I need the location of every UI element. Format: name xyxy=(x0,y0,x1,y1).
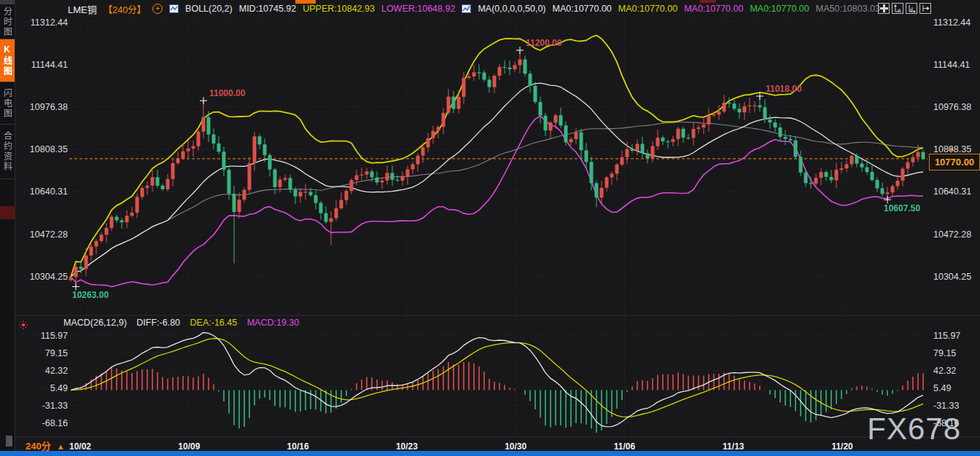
chart-header: LME铜 【240分】 + BOLL(20,2) MID:10745.92 UP… xyxy=(68,2,887,15)
zoom-axis-horizontal-button[interactable] xyxy=(906,3,917,14)
period-selector-label: 240分 xyxy=(26,441,51,452)
expand-icon[interactable]: + xyxy=(152,4,163,14)
ma50-value: MA50:10803.03 xyxy=(816,4,880,14)
chart-toolbar xyxy=(878,3,931,14)
exit-pan-button[interactable] xyxy=(919,3,931,14)
svg-text:10/09: 10/09 xyxy=(178,441,200,452)
svg-text:115.97: 115.97 xyxy=(41,331,68,341)
svg-text:10808.35: 10808.35 xyxy=(30,144,68,154)
top-edge-maroon-fragment xyxy=(700,0,716,3)
zoom-axis-vertical-icon xyxy=(893,4,902,12)
svg-text:10/30: 10/30 xyxy=(505,441,526,452)
svg-text:10/16: 10/16 xyxy=(287,441,309,452)
ma-value-4: MA0:10770.00 xyxy=(750,4,809,14)
macd-diff-value: DIFF:-6.80 xyxy=(136,318,180,328)
svg-text:10640.31: 10640.31 xyxy=(30,186,68,197)
svg-text:10/02: 10/02 xyxy=(69,441,91,452)
zoom-axis-vertical-button[interactable] xyxy=(892,3,903,14)
svg-text:-68.16: -68.16 xyxy=(42,418,68,428)
watermark: FX678 xyxy=(867,412,961,447)
ma-indicator-icon[interactable] xyxy=(462,4,471,13)
svg-text:11000.00: 11000.00 xyxy=(209,88,246,98)
boll-lower-value: LOWER:10648.92 xyxy=(381,4,455,14)
exit-pan-icon xyxy=(921,4,930,12)
symbol-label: LME铜 xyxy=(68,2,97,16)
svg-text:42.32: 42.32 xyxy=(45,366,68,376)
svg-text:10472.28: 10472.28 xyxy=(933,229,971,240)
boll-mid-value: MID:10745.92 xyxy=(239,4,297,14)
svg-text:10640.31: 10640.31 xyxy=(933,186,971,197)
svg-text:42.32: 42.32 xyxy=(933,366,956,376)
ma-value-2: MA0:10770.00 xyxy=(618,4,677,14)
svg-text:11018.00: 11018.00 xyxy=(766,84,802,94)
svg-text:10976.38: 10976.38 xyxy=(933,102,971,112)
macd-macd-value: MACD:19.30 xyxy=(247,318,300,328)
svg-text:79.15: 79.15 xyxy=(933,348,956,358)
sidebar-tab-kline-chart[interactable]: K线图 xyxy=(0,39,15,82)
ma-value-3: MA0:10770.00 xyxy=(684,4,743,14)
svg-text:11144.41: 11144.41 xyxy=(31,60,68,70)
svg-text:10304.25: 10304.25 xyxy=(30,272,68,282)
sidebar: 分时图 K线图 闪电图 合约资料 xyxy=(0,0,15,451)
svg-text:5.49: 5.49 xyxy=(933,383,951,393)
macd-header: MACD(26,12,9) DIFF:-6.80 DEA:-16.45 MACD… xyxy=(63,318,306,328)
svg-text:10/23: 10/23 xyxy=(396,441,418,452)
svg-text:5.49: 5.49 xyxy=(50,383,68,393)
macd-dea-value: DEA:-16.45 xyxy=(190,318,238,328)
svg-text:-31.33: -31.33 xyxy=(42,401,68,411)
trading-app: 10263.0011000.0011200.0011018.0010607.50… xyxy=(0,0,980,456)
macd-label: MACD(26,12,9) xyxy=(63,318,127,328)
period-label: 【240分】 xyxy=(104,2,146,16)
svg-text:11312.44: 11312.44 xyxy=(31,17,68,28)
sidebar-tab-lightning-chart[interactable]: 闪电图 xyxy=(0,82,15,125)
scrollbar-corner xyxy=(6,436,12,447)
sidebar-bottom-accent xyxy=(0,206,15,219)
sidebar-top-accent xyxy=(0,0,15,4)
zoom-axis-horizontal-icon xyxy=(907,4,916,12)
taskbar-strip xyxy=(0,451,980,456)
svg-text:11144.41: 11144.41 xyxy=(933,60,970,70)
sidebar-tab-contract-info[interactable]: 合约资料 xyxy=(0,125,15,179)
pan-tool-icon xyxy=(880,4,888,12)
top-edge-orange-fragment xyxy=(295,0,316,4)
svg-text:11/06: 11/06 xyxy=(614,441,636,452)
svg-text:10607.50: 10607.50 xyxy=(884,203,920,213)
svg-text:79.15: 79.15 xyxy=(45,348,68,358)
svg-text:11/20: 11/20 xyxy=(831,441,853,452)
svg-text:10472.28: 10472.28 xyxy=(30,229,68,240)
svg-text:11312.44: 11312.44 xyxy=(933,17,971,28)
svg-text:115.97: 115.97 xyxy=(933,331,960,341)
chart-canvas[interactable]: 10263.0011000.0011200.0011018.0010607.50… xyxy=(0,0,980,456)
boll-upper-value: UPPER:10842.93 xyxy=(303,4,375,14)
svg-text:-31.33: -31.33 xyxy=(933,401,959,411)
svg-text:11200.00: 11200.00 xyxy=(526,38,562,48)
boll-indicator-icon[interactable] xyxy=(169,4,179,13)
boll-label: BOLL(20,2) xyxy=(185,4,233,14)
period-up-arrow-icon: ▲ xyxy=(57,442,65,451)
current-price-tag: 10770.00 xyxy=(929,154,980,170)
svg-text:10976.38: 10976.38 xyxy=(30,102,68,112)
svg-text:10263.00: 10263.00 xyxy=(72,290,109,300)
svg-text:10304.25: 10304.25 xyxy=(933,272,971,282)
ma-group-label: MA(0,0,0,0,50,0) xyxy=(478,4,545,14)
pan-tool-button[interactable] xyxy=(878,3,890,14)
price-marker-icon: ▲ xyxy=(948,145,954,152)
macd-settings-icon[interactable] xyxy=(19,319,28,332)
svg-text:11/13: 11/13 xyxy=(723,441,744,452)
ma-value-1: MA0:10770.00 xyxy=(553,4,612,14)
sidebar-tab-time-chart[interactable]: 分时图 xyxy=(0,5,15,39)
